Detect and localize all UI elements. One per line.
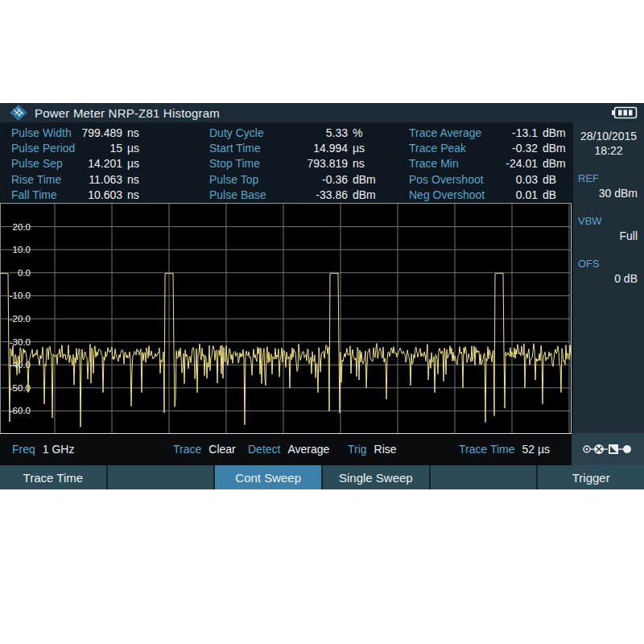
status-value: Clear [208, 443, 235, 456]
status-label: Detect [248, 443, 280, 456]
status-label: Freq [12, 443, 35, 456]
status-value: Average [287, 443, 329, 456]
measurement-unit: ns [122, 126, 155, 139]
status-value: 1 GHz [43, 443, 75, 456]
y-axis-tick-label: 20.0 [13, 222, 31, 232]
rohde-schwarz-logo-icon [10, 105, 27, 121]
measurement-unit: dB [538, 173, 570, 186]
measurement-label: Pulse Width [11, 126, 76, 139]
measurement-label: Pos Overshoot [409, 173, 493, 186]
measurement-table: Pulse Width799.489nsPulse Period15µsPuls… [0, 122, 573, 203]
measurement-unit: % [348, 126, 383, 139]
measurement-column-1: Pulse Width799.489nsPulse Period15µsPuls… [11, 125, 155, 203]
status-label: Trig [348, 443, 367, 456]
measurement-value: 10.603 [76, 188, 122, 201]
measurement-unit: dBm [538, 126, 570, 139]
measurement-label: Trace Average [409, 126, 493, 139]
measurement-label: Rise Time [11, 173, 76, 186]
measurement-label: Duty Cycle [209, 126, 275, 139]
measurement-unit: µs [348, 142, 383, 155]
status-item-trig[interactable]: TrigRise [348, 434, 397, 465]
battery-icon [612, 106, 638, 119]
measurement-label: Fall Time [11, 188, 76, 201]
measurement-unit: µs [122, 157, 155, 170]
date-display: 28/10/2015 [573, 130, 644, 142]
measurement-value: 0.03 [493, 173, 538, 186]
measurement-value: 11.063 [76, 173, 122, 186]
status-label: Trace [173, 443, 201, 456]
measurement-unit: µs [122, 142, 155, 155]
softkey-empty-1[interactable] [108, 465, 214, 489]
sidebar-setting-ofs: OFS0 dB [573, 258, 644, 285]
softkey-cont-sweep[interactable]: Cont Sweep [215, 465, 321, 489]
measurement-value: -0.36 [275, 173, 348, 186]
softkey-trigger[interactable]: Trigger [538, 465, 644, 489]
setting-label: VBW [573, 215, 644, 227]
measurement-unit: dBm [538, 157, 570, 170]
sidebar-setting-ref: REF30 dBm [573, 172, 644, 200]
y-axis-tick-label: 10.0 [13, 245, 31, 254]
title-bar: Power Meter NRP-Z81 Histogram [0, 103, 644, 122]
measurement-value: 15 [76, 142, 122, 155]
y-axis-tick-label: 0.0 [18, 268, 31, 278]
sidebar-setting-vbw: VBWFull [573, 215, 644, 242]
measurement-label: Start Time [209, 142, 275, 155]
instrument-screen: Power Meter NRP-Z81 Histogram Pulse Widt… [0, 103, 644, 489]
y-axis-tick-label: -20.0 [10, 314, 31, 324]
softkey-trace-time[interactable]: Trace Time [0, 465, 106, 489]
status-value: Rise [374, 443, 397, 456]
measurement-value: 14.994 [275, 142, 348, 155]
measurement-value: -13.1 [493, 126, 538, 139]
measurement-column-2: Duty Cycle5.33%Start Time14.994µsStop Ti… [209, 125, 383, 203]
measurement-value: 0.01 [493, 188, 538, 201]
measurement-value: 793.819 [275, 157, 348, 170]
status-value: 52 µs [522, 443, 551, 456]
measurement-unit: ns [122, 188, 155, 201]
measurement-label: Pulse Base [209, 188, 275, 201]
sensor-path-panel [572, 433, 644, 465]
measurement-label: Trace Peak [409, 142, 493, 155]
status-item-trace-time[interactable]: Trace Time52 µs [459, 434, 550, 465]
measurement-label: Trace Min [409, 157, 493, 170]
measurement-column-3: Trace Average-13.1dBmTrace Peak-0.32dBmT… [409, 125, 570, 203]
softkey-single-sweep[interactable]: Single Sweep [323, 465, 429, 489]
measurement-unit: dBm [348, 188, 383, 201]
setting-value: 30 dBm [573, 187, 644, 200]
measurement-label: Pulse Top [209, 173, 275, 186]
setting-label: OFS [573, 258, 644, 270]
measurement-value: -0.32 [493, 142, 538, 155]
measurement-value: -33.86 [275, 188, 348, 201]
sensor-signal-path-icon [582, 441, 634, 457]
y-axis-tick-label: -50.0 [10, 383, 31, 393]
measurement-value: -24.01 [493, 157, 538, 170]
measurement-label: Pulse Sep [11, 157, 76, 170]
measurement-label: Pulse Period [11, 142, 76, 155]
settings-sidebar: 28/10/2015 18:22 REF30 dBmVBWFullOFS0 dB [573, 122, 644, 435]
measurement-unit: dBm [348, 173, 383, 186]
softkey-empty-4[interactable] [431, 465, 537, 489]
measurement-value: 14.201 [76, 157, 122, 170]
status-label: Trace Time [459, 443, 515, 456]
measurement-label: Stop Time [209, 157, 275, 170]
status-item-detect[interactable]: DetectAverage [248, 434, 329, 465]
status-bar: Freq1 GHzTraceClearDetectAverageTrigRise… [0, 433, 572, 465]
setting-value: Full [573, 229, 644, 242]
y-axis-tick-label: -10.0 [10, 291, 31, 300]
status-item-freq[interactable]: Freq1 GHz [12, 434, 74, 465]
trace-diagram: 20.010.00.0-10.0-20.0-30.0-40.0-50.0-60.… [0, 203, 572, 434]
setting-value: 0 dB [573, 272, 644, 285]
setting-label: REF [573, 172, 644, 184]
softkey-bar: Trace TimeCont SweepSingle SweepTrigger [0, 465, 644, 489]
measurement-value: 5.33 [275, 126, 348, 139]
status-item-trace[interactable]: TraceClear [173, 434, 236, 465]
measurement-unit: ns [348, 157, 383, 170]
y-axis-tick-label: -60.0 [10, 406, 31, 415]
time-display: 18:22 [573, 144, 644, 157]
measurement-unit: ns [122, 173, 155, 186]
measurement-unit: dB [538, 188, 570, 201]
measurement-value: 799.489 [76, 126, 122, 139]
page-title: Power Meter NRP-Z81 Histogram [35, 106, 220, 120]
measurement-label: Neg Overshoot [409, 188, 493, 201]
measurement-unit: dBm [538, 142, 570, 155]
trace-plot: 20.010.00.0-10.0-20.0-30.0-40.0-50.0-60.… [0, 204, 572, 434]
